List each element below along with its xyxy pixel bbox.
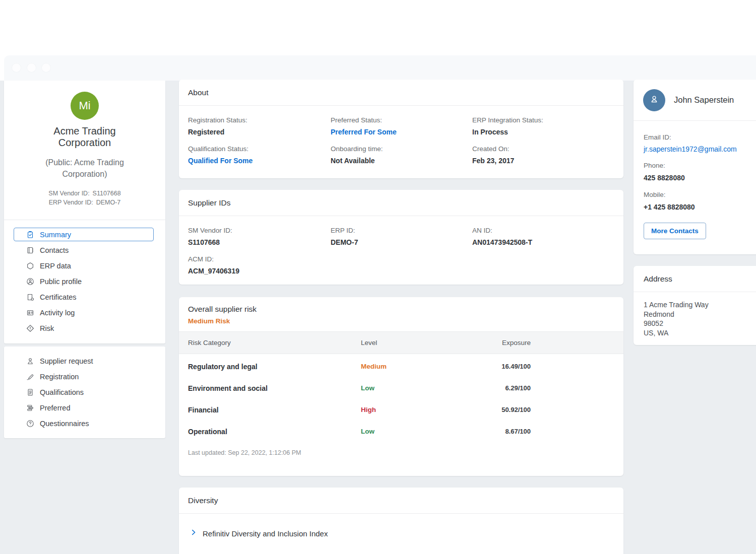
risk-title: Overall supplier risk: [188, 305, 614, 314]
window-control-dot[interactable]: [27, 63, 36, 73]
mobile-label: Mobile:: [644, 190, 753, 199]
risk-exposure: 50.92/100: [498, 406, 531, 413]
phone-field: Phone: 425 8828080: [644, 161, 753, 182]
sidebar-item-label: Qualifications: [40, 388, 84, 396]
field-label: Preferred Status:: [331, 116, 462, 125]
pen-icon: [26, 373, 34, 381]
field-label: Created On:: [472, 145, 605, 154]
sidebar-item-activity-log[interactable]: Activity log: [4, 305, 165, 320]
more-contacts-button[interactable]: More Contacts: [644, 223, 706, 239]
about-title: About: [188, 88, 209, 97]
field-label: ERP ID:: [331, 226, 462, 235]
sidebar-item-certificates[interactable]: Certificates: [4, 289, 165, 305]
sidebar-item-questionnaires[interactable]: Questionnaires: [4, 416, 165, 431]
field-label: AN ID:: [472, 226, 605, 235]
risk-category: Environment and social: [188, 384, 361, 392]
risk-category: Operational: [188, 428, 361, 436]
erp-vendor-id-label: ERP Vendor ID:: [49, 199, 93, 206]
field-label: SM Vendor ID:: [188, 226, 321, 235]
supplier-name: Acme Trading Corporation: [4, 125, 165, 149]
acm-id-value: ACM_97406319: [188, 266, 321, 275]
clipboard-check-icon: [26, 231, 34, 239]
onboarding-time-field: Onboarding time: Not Available: [331, 145, 472, 165]
window-control-dot[interactable]: [12, 63, 21, 73]
field-label: ACM ID:: [188, 255, 321, 264]
risk-level: Low: [361, 384, 498, 392]
refinitiv-index-expander[interactable]: Refinitiv Diversity and Inclusion Index: [179, 514, 623, 538]
phone-label: Phone:: [644, 161, 753, 170]
supplier-profile-header: Mi Acme Trading Corporation (Public: Acm…: [4, 81, 165, 220]
sm-vendor-id-value: S1107668: [188, 238, 321, 247]
risk-exposure: 16.49/100: [498, 363, 531, 370]
column-header-risk-category: Risk Category: [188, 339, 361, 347]
sm-vendor-id-value: S1107668: [93, 190, 121, 197]
address-card: Address 1 Acme Trading Way Redmond 98052…: [634, 266, 756, 345]
person-circle-icon: [26, 278, 34, 286]
sidebar-item-label: Questionnaires: [40, 420, 89, 428]
column-header-level: Level: [361, 339, 498, 347]
sidebar-item-label: ERP data: [40, 262, 71, 270]
field-label: Registration Status:: [188, 116, 321, 125]
supplier-public-name: (Public: Acme Trading Corporation): [4, 157, 165, 180]
mobile-value: +1 425 8828080: [644, 202, 753, 212]
hexagon-data-icon: [26, 262, 34, 270]
risk-category: Regulatory and legal: [188, 363, 361, 371]
overall-supplier-risk-section: Overall supplier risk Medium Risk Risk C…: [179, 297, 623, 476]
address-lines: 1 Acme Trading Way Redmond 98052 US, WA: [634, 292, 756, 337]
table-row: Financial High 50.92/100: [179, 399, 623, 421]
erp-id-value: DEMO-7: [331, 238, 462, 247]
sidebar-item-label: Activity log: [40, 309, 75, 317]
sidebar-item-registration[interactable]: Registration: [4, 369, 165, 384]
qualification-status-link[interactable]: Qualified For Some: [188, 156, 321, 165]
email-link[interactable]: jr.saperstein1972@gmail.com: [644, 145, 753, 153]
erp-integration-status-value: In Process: [472, 127, 605, 136]
an-id-value: AN01473942508-T: [472, 238, 605, 247]
supplier-ids-title: Supplier IDs: [188, 198, 230, 207]
sidebar-nav-secondary: Supplier request Registration Qualificat…: [4, 347, 165, 438]
mobile-field: Mobile: +1 425 8828080: [644, 190, 753, 212]
sidebar-item-label: Risk: [40, 324, 54, 332]
refinitiv-index-label: Refinitiv Diversity and Inclusion Index: [203, 529, 328, 538]
sidebar-item-preferred[interactable]: Preferred: [4, 400, 165, 416]
risk-last-updated: Last updated: Sep 22, 2022, 1:12:06 PM: [179, 442, 623, 456]
overall-risk-level: Medium Risk: [188, 317, 614, 325]
sm-vendor-id-field: SM Vendor ID: S1107668: [188, 226, 331, 247]
sidebar-item-public-profile[interactable]: Public profile: [4, 273, 165, 289]
field-label: ERP Integration Status:: [472, 116, 605, 125]
table-row: Environment and social Low 6.29/100: [179, 377, 623, 399]
contact-avatar: [643, 89, 665, 111]
person-icon: [26, 357, 34, 365]
vendor-ids: SM Vendor ID:S1107668 ERP Vendor ID:DEMO…: [4, 189, 165, 207]
preferred-status-field: Preferred Status: Preferred For Some: [331, 116, 472, 136]
window-control-dot[interactable]: [41, 63, 51, 73]
sidebar-item-erp-data[interactable]: ERP data: [4, 258, 165, 273]
id-card-icon: [26, 309, 34, 317]
sidebar-item-risk[interactable]: Risk: [4, 320, 165, 336]
qualification-status-field: Qualification Status: Qualified For Some: [188, 145, 331, 165]
sidebar-item-label: Contacts: [40, 246, 69, 254]
erp-id-field: ERP ID: DEMO-7: [331, 226, 472, 247]
address-line: 1 Acme Trading Way: [644, 300, 753, 310]
risk-table-header: Risk Category Level Exposure: [179, 331, 623, 354]
phone-value: 425 8828080: [644, 173, 753, 182]
risk-category: Financial: [188, 406, 361, 414]
sidebar-item-supplier-request[interactable]: Supplier request: [4, 353, 165, 369]
address-book-icon: [26, 246, 34, 254]
email-label: Email ID:: [644, 133, 753, 142]
erp-vendor-id-value: DEMO-7: [96, 199, 121, 206]
risk-exposure: 6.29/100: [498, 384, 531, 392]
sidebar-item-qualifications[interactable]: Qualifications: [4, 384, 165, 400]
diversity-section: Diversity Refinitiv Diversity and Inclus…: [179, 488, 623, 554]
table-row: Operational Low 8.67/100: [179, 421, 623, 442]
layers-icon: [26, 404, 34, 412]
supplier-360-page: Mi Acme Trading Corporation (Public: Acm…: [0, 0, 756, 554]
preferred-status-link[interactable]: Preferred For Some: [331, 127, 462, 136]
contact-name: John Saperstein: [674, 95, 734, 105]
diversity-title: Diversity: [188, 496, 218, 505]
registration-status-field: Registration Status: Registered: [188, 116, 331, 136]
sidebar-item-summary[interactable]: Summary: [14, 228, 154, 241]
sidebar-item-contacts[interactable]: Contacts: [4, 242, 165, 258]
diamond-warning-icon: [26, 324, 34, 332]
created-on-field: Created On: Feb 23, 2017: [472, 145, 615, 165]
sidebar-nav-primary: Summary Contacts ERP data Public profile…: [4, 220, 165, 336]
